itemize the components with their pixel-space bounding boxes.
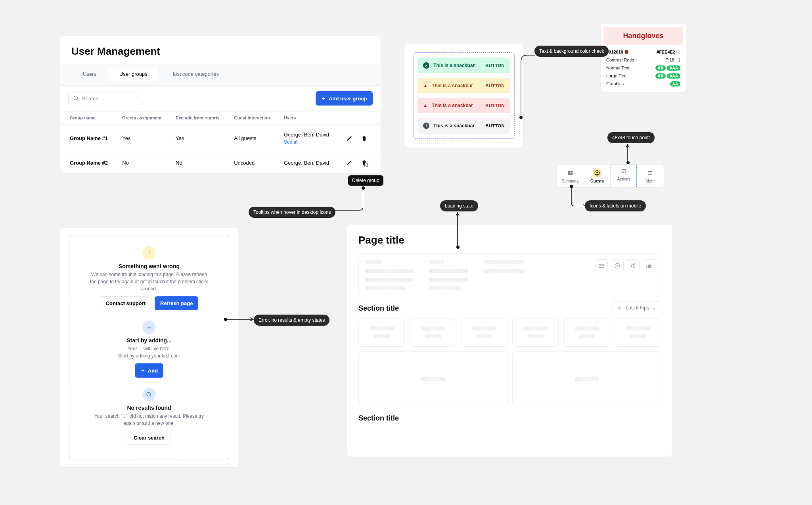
aa-badge: AA: [655, 65, 666, 71]
snackbar-success: ✓ This is a snackbar BUTTON: [417, 58, 510, 73]
nav-label: Actions: [617, 177, 630, 181]
refresh-page-button[interactable]: Refresh page: [155, 296, 198, 310]
annotation-mobile-nav: Icons & labels on mobile: [585, 200, 646, 211]
snackbar-button[interactable]: BUTTON: [485, 63, 505, 68]
table-row: Group Name #2 No No Uncoded George, Ben,…: [60, 152, 381, 173]
plus-icon: ＋: [140, 367, 146, 374]
add-label: Add: [148, 368, 158, 374]
skeleton-actions: [595, 259, 655, 272]
snackbar-error: ▲ This is a snackbar BUTTON: [417, 98, 510, 113]
add-icon[interactable]: [611, 259, 624, 272]
snackbar-text: This is a snackbar: [433, 123, 481, 129]
cell-exclude: Yes: [170, 125, 228, 152]
search-input[interactable]: [82, 96, 149, 102]
search-input-wrapper[interactable]: [68, 92, 144, 105]
snackbar-text: This is a snackbar: [432, 83, 481, 88]
no-results-title: No results found: [77, 405, 221, 411]
error-body: We had some trouble loading this page. P…: [90, 271, 209, 292]
contrast-row-label: Graphics: [606, 81, 624, 86]
plus-icon: ＋: [321, 95, 326, 102]
ratio-label: Contrast Ratio: [606, 58, 634, 62]
warning-icon: ▲: [423, 83, 428, 88]
nav-more[interactable]: More: [637, 165, 664, 187]
ratio-value: 7.18 : 1: [666, 58, 680, 62]
contrast-row-label: Large Text: [606, 73, 626, 78]
svg-point-1: [596, 172, 598, 173]
snackbars-panel: ✓ This is a snackbar BUTTON ▲ This is a …: [404, 44, 523, 148]
search-icon: [142, 388, 156, 401]
delete-icon[interactable]: [361, 135, 367, 142]
clear-search-button[interactable]: Clear search: [128, 431, 170, 445]
aaa-badge: AAA: [667, 65, 680, 71]
period-selector[interactable]: Last 6 trips ⌄: [613, 301, 661, 314]
contrast-checker-panel: Handgloves #912018 #FEE4E2 Contrast Rati…: [601, 24, 686, 92]
tab-user-groups[interactable]: User groups: [108, 67, 159, 81]
empty-body: Your ... will live here. Start by adding…: [90, 345, 209, 359]
skeleton-page-panel: Page title Section title Last: [347, 225, 672, 457]
delete-icon[interactable]: [361, 159, 367, 166]
cell-group-name: Group Name #2: [60, 152, 117, 173]
add-button[interactable]: ＋ Add: [135, 363, 163, 378]
error-title: Something went wrong: [77, 263, 221, 269]
section-title: Section title: [358, 304, 399, 313]
thumbs-icon[interactable]: [643, 259, 655, 272]
skeleton-chart-row: [358, 351, 661, 407]
more-icon: [646, 169, 655, 177]
cell-greets: No: [117, 152, 170, 173]
nav-label: More: [646, 179, 655, 183]
summary-icon: [566, 169, 575, 177]
snackbar-button[interactable]: BUTTON: [485, 103, 505, 108]
skeleton-header-card: [358, 253, 661, 297]
annotation-touch: 48x48 touch point: [607, 132, 655, 143]
tab-host-code-categories[interactable]: Host code categories: [159, 67, 230, 81]
cell-users: George, Ben, David: [278, 152, 338, 173]
bg-hex: #FEE4E2: [657, 50, 675, 54]
see-all-link[interactable]: See all: [284, 139, 333, 145]
annotation-states: Error, no results & empty states: [254, 315, 329, 326]
page-title: User Management: [60, 36, 381, 64]
edit-icon[interactable]: [346, 159, 352, 166]
cell-users: George, Ben, David See all: [278, 125, 338, 152]
contact-support-button[interactable]: Contact support: [100, 296, 151, 310]
warning-icon: !: [142, 246, 156, 260]
chart-icon: [618, 305, 622, 310]
add-user-group-label: Add user group: [329, 96, 367, 102]
mail-icon[interactable]: [595, 259, 608, 272]
warning-icon: ▲: [423, 103, 428, 108]
nav-actions[interactable]: Actions: [611, 165, 637, 187]
delete-group-tooltip: Delete group: [348, 175, 383, 186]
snackbar-info: i This is a snackbar BUTTON: [417, 118, 510, 134]
contrast-row-label: Normal Text: [606, 65, 629, 70]
tab-users[interactable]: Users: [71, 67, 108, 81]
cell-group-name: Group Name #1: [60, 125, 117, 152]
snackbar-button[interactable]: BUTTON: [485, 83, 505, 88]
contrast-sample: Handgloves: [604, 27, 683, 45]
empty-state: ＋ Start by adding... Your ... will live …: [73, 317, 225, 385]
empty-title: Start by adding...: [77, 337, 221, 344]
col-exclude: Exclude from reports: [170, 111, 228, 125]
col-greets: Greets assignment: [117, 111, 170, 125]
edit-icon[interactable]: [346, 135, 352, 142]
snackbar-warning: ▲ This is a snackbar BUTTON: [417, 78, 510, 93]
no-results-state: No results found Your search "..." did n…: [73, 385, 225, 452]
cursor-icon: [364, 162, 370, 168]
annotation-tooltips: Tooltips when hover in desktop icons: [249, 207, 335, 218]
nav-label: Guests: [590, 179, 604, 183]
snackbar-text: This is a snackbar: [432, 103, 481, 108]
empty-states-panel: ! Something went wrong We had some troub…: [60, 228, 238, 467]
clock-icon[interactable]: [627, 259, 640, 272]
cell-greets: Yes: [117, 125, 170, 152]
selector-label: Last 6 trips: [626, 305, 649, 311]
user-groups-table: Group name Greets assignment Exclude fro…: [60, 111, 381, 173]
snackbar-button[interactable]: BUTTON: [485, 123, 505, 128]
col-group-name: Group name: [60, 111, 117, 125]
plus-icon: ＋: [142, 321, 156, 334]
table-row: Group Name #1 Yes Yes All guests George,…: [60, 125, 381, 152]
cell-guest: Uncoded: [228, 152, 278, 173]
aa-badge: AA: [670, 81, 680, 86]
add-user-group-button[interactable]: ＋ Add user group: [316, 91, 373, 106]
chevron-down-icon: ⌄: [652, 305, 656, 311]
tab-bar: Users User groups Host code categories: [68, 67, 373, 83]
col-users: Users: [278, 111, 338, 125]
aaa-badge: AAA: [667, 73, 680, 79]
